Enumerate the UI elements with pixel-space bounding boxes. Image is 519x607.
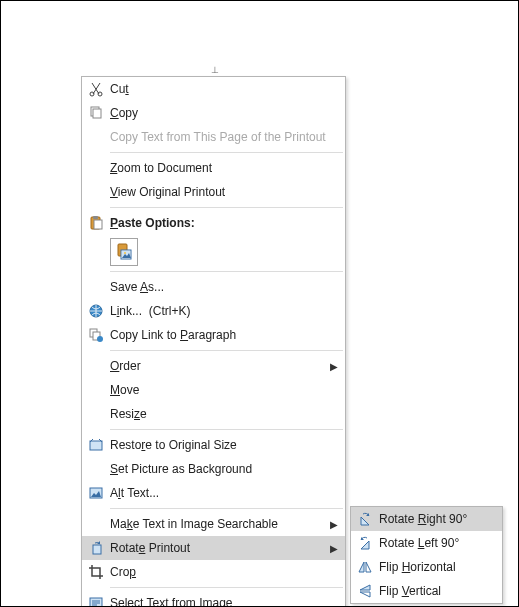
resize-handle-indicator: ⊥ <box>211 65 219 75</box>
copy-link-icon <box>82 327 110 343</box>
rotate-icon <box>82 540 110 556</box>
menu-item-label: View Original Printout <box>110 185 341 199</box>
submenu-arrow-icon: ▶ <box>327 519 341 530</box>
menu-item-label: Resize <box>110 407 341 421</box>
menu-item-link[interactable]: Link... (Ctrl+K) <box>82 299 345 323</box>
menu-item-label: Link... (Ctrl+K) <box>110 304 341 318</box>
menu-item-label: Copy <box>110 106 341 120</box>
separator <box>110 508 343 509</box>
crop-icon <box>82 564 110 580</box>
menu-item-restore-original-size[interactable]: Restore to Original Size <box>82 433 345 457</box>
menu-item-label: Copy Link to Paragraph <box>110 328 341 342</box>
menu-item-label: Make Text in Image Searchable <box>110 517 327 531</box>
separator <box>110 271 343 272</box>
menu-item-copy-link-to-paragraph[interactable]: Copy Link to Paragraph <box>82 323 345 347</box>
submenu-arrow-icon: ▶ <box>327 543 341 554</box>
rotate-right-icon <box>351 511 379 527</box>
menu-item-set-picture-as-background[interactable]: Set Picture as Background <box>82 457 345 481</box>
svg-rect-3 <box>93 109 101 118</box>
menu-item-copy-text-from-page: Copy Text from This Page of the Printout <box>82 125 345 149</box>
svg-point-14 <box>97 336 103 342</box>
menu-item-label: Order <box>110 359 327 373</box>
cut-icon <box>82 81 110 97</box>
separator <box>110 207 343 208</box>
context-menu: Cut Copy Copy Text from This Page of the… <box>81 76 346 607</box>
restore-size-icon <box>82 437 110 453</box>
alt-text-icon <box>82 485 110 501</box>
menu-item-make-text-searchable[interactable]: Make Text in Image Searchable ▶ <box>82 512 345 536</box>
select-text-icon <box>82 595 110 607</box>
menu-item-label: Rotate Right 90° <box>379 512 498 526</box>
menu-item-label: Rotate Left 90° <box>379 536 498 550</box>
submenu-item-flip-vertical[interactable]: Flip Vertical <box>351 579 502 603</box>
submenu-arrow-icon: ▶ <box>327 361 341 372</box>
menu-item-view-original-printout[interactable]: View Original Printout <box>82 180 345 204</box>
menu-item-zoom-to-document[interactable]: Zoom to Document <box>82 156 345 180</box>
flip-vertical-icon <box>351 583 379 599</box>
submenu-item-rotate-left[interactable]: Rotate Left 90° <box>351 531 502 555</box>
menu-item-select-text-from-image[interactable]: Select Text from Image <box>82 591 345 607</box>
flip-horizontal-icon <box>351 559 379 575</box>
menu-item-resize[interactable]: Resize <box>82 402 345 426</box>
paste-option-picture[interactable] <box>110 238 138 266</box>
clipboard-icon <box>82 215 110 231</box>
menu-item-label: Paste Options: <box>110 216 341 230</box>
menu-item-label: Rotate Printout <box>110 541 327 555</box>
menu-item-label: Alt Text... <box>110 486 341 500</box>
menu-item-label: Flip Vertical <box>379 584 498 598</box>
svg-rect-5 <box>93 216 98 219</box>
separator <box>110 429 343 430</box>
menu-item-copy[interactable]: Copy <box>82 101 345 125</box>
menu-item-label: Save As... <box>110 280 341 294</box>
svg-rect-6 <box>94 220 102 229</box>
menu-item-alt-text[interactable]: Alt Text... <box>82 481 345 505</box>
menu-item-label: Zoom to Document <box>110 161 341 175</box>
menu-item-label: Copy Text from This Page of the Printout <box>110 130 341 144</box>
menu-item-cut[interactable]: Cut <box>82 77 345 101</box>
menu-item-label: Restore to Original Size <box>110 438 341 452</box>
menu-item-order[interactable]: Order ▶ <box>82 354 345 378</box>
menu-item-crop[interactable]: Crop <box>82 560 345 584</box>
rotate-left-icon <box>351 535 379 551</box>
svg-rect-15 <box>90 441 102 450</box>
menu-item-label: Set Picture as Background <box>110 462 341 476</box>
menu-item-label: Select Text from Image <box>110 596 341 607</box>
menu-item-paste-options: Paste Options: <box>82 211 345 235</box>
submenu-item-rotate-right[interactable]: Rotate Right 90° <box>351 507 502 531</box>
svg-rect-17 <box>93 545 101 554</box>
menu-item-label: Crop <box>110 565 341 579</box>
menu-item-label: Flip Horizontal <box>379 560 498 574</box>
copy-icon <box>82 105 110 121</box>
rotate-submenu: Rotate Right 90° Rotate Left 90° Flip Ho… <box>350 506 503 604</box>
svg-point-10 <box>124 252 126 254</box>
separator <box>110 350 343 351</box>
separator <box>110 152 343 153</box>
submenu-item-flip-horizontal[interactable]: Flip Horizontal <box>351 555 502 579</box>
menu-item-save-as[interactable]: Save As... <box>82 275 345 299</box>
separator <box>110 587 343 588</box>
menu-item-move[interactable]: Move <box>82 378 345 402</box>
menu-item-rotate-printout[interactable]: Rotate Printout ▶ <box>82 536 345 560</box>
paste-options-row <box>82 235 345 268</box>
menu-item-label: Cut <box>110 82 341 96</box>
hyperlink-icon <box>82 303 110 319</box>
menu-item-label: Move <box>110 383 341 397</box>
